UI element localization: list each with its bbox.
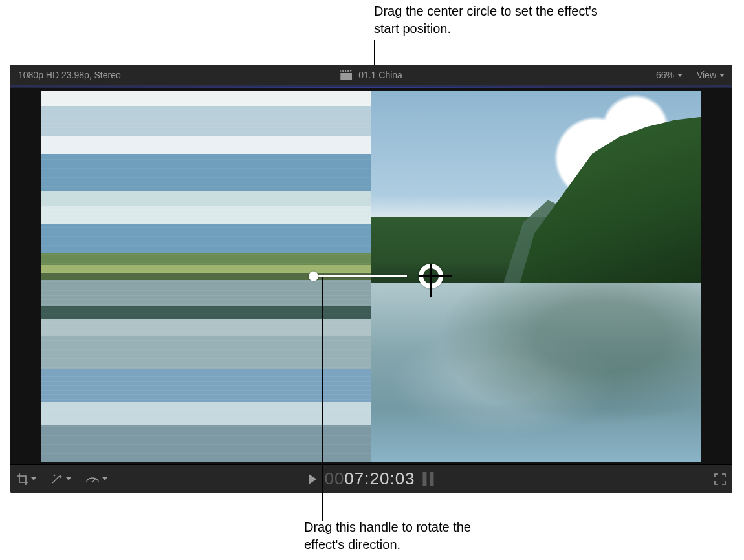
wand-icon	[50, 473, 63, 485]
clip-title-group: 01.1 China	[340, 70, 402, 80]
svg-point-0	[92, 480, 94, 482]
play-button[interactable]	[309, 474, 316, 484]
view-label: View	[697, 70, 716, 80]
video-frame	[41, 91, 701, 462]
fullscreen-button[interactable]	[714, 473, 726, 485]
image-mountain-near	[520, 117, 702, 284]
viewer-top-bar: 1080p HD 23.98p, Stereo 01.1 China 66% V…	[10, 65, 732, 87]
timecode-rest: 7:20:03	[355, 469, 415, 488]
format-label: 1080p HD 23.98p, Stereo	[18, 70, 121, 80]
fullscreen-icon	[714, 473, 726, 485]
image-right-half	[371, 91, 701, 462]
clapper-icon	[340, 70, 352, 80]
crop-icon	[17, 473, 28, 485]
viewer-bottom-bar: 0007:20:03	[10, 464, 732, 493]
clip-title: 01.1 China	[358, 70, 402, 80]
image-water	[371, 283, 701, 461]
callout-top: Drag the center circle to set the effect…	[374, 3, 607, 38]
retime-icon	[85, 474, 100, 484]
view-dropdown[interactable]: View	[697, 70, 725, 80]
crop-tool-dropdown[interactable]	[17, 473, 36, 485]
chevron-down-icon	[102, 477, 107, 480]
chevron-down-icon	[31, 477, 36, 480]
enhance-tool-dropdown[interactable]	[50, 473, 71, 485]
chevron-down-icon	[66, 477, 71, 480]
callout-bottom: Drag this handle to rotate the effect's …	[304, 519, 498, 554]
loop-icon[interactable]	[423, 472, 434, 486]
timecode-display[interactable]: 0007:20:03	[324, 469, 415, 489]
timecode-dim: 00	[324, 469, 344, 488]
retime-tool-dropdown[interactable]	[85, 474, 107, 484]
callout-leader-bottom	[322, 277, 323, 521]
viewer-window: 1080p HD 23.98p, Stereo 01.1 China 66% V…	[10, 65, 732, 493]
chevron-down-icon	[677, 74, 683, 77]
zoom-dropdown[interactable]: 66%	[656, 70, 683, 80]
viewer-canvas[interactable]	[10, 88, 732, 464]
timecode-h: 0	[344, 469, 354, 488]
zoom-label: 66%	[656, 70, 674, 80]
playback-group: 0007:20:03	[309, 469, 433, 489]
chevron-down-icon	[719, 74, 725, 77]
